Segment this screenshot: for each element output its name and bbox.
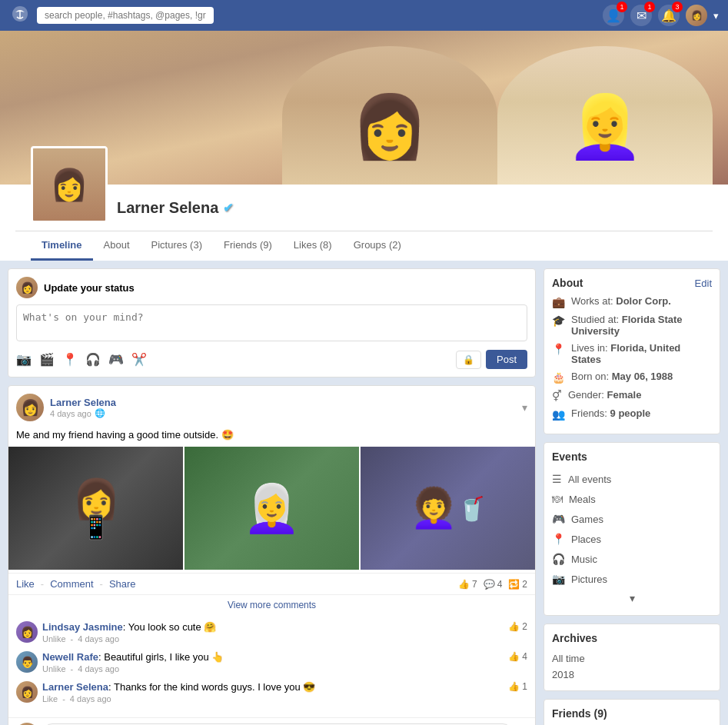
privacy-button[interactable]: 🔒 bbox=[456, 351, 481, 369]
comment-3-avatar[interactable]: 👩 bbox=[16, 681, 38, 703]
tab-about[interactable]: About bbox=[93, 231, 141, 261]
comment-1-unlike[interactable]: Unlike bbox=[42, 634, 66, 644]
gender-icon: ⚥ bbox=[552, 390, 562, 402]
about-education: 🎓 Studied at: Florida State University bbox=[552, 314, 712, 337]
view-more-comments[interactable]: View more comments bbox=[8, 594, 535, 615]
post-stats: 👍 7 💬 4 🔁 2 bbox=[458, 579, 527, 590]
like-action[interactable]: Like bbox=[16, 578, 35, 590]
search-input[interactable] bbox=[37, 7, 214, 24]
post-author-name[interactable]: Larner Selena bbox=[50, 397, 516, 408]
tab-pictures[interactable]: Pictures (3) bbox=[141, 231, 213, 261]
archives-year[interactable]: 2018 bbox=[552, 667, 712, 683]
profile-name-area: Larner Selena ✔ bbox=[117, 199, 233, 217]
site-logo[interactable] bbox=[9, 3, 31, 28]
birthday-icon: 🎂 bbox=[552, 371, 565, 384]
events-show-more[interactable]: ▾ bbox=[552, 589, 712, 607]
archives-all-time[interactable]: All time bbox=[552, 650, 712, 667]
profile-avatar[interactable]: 👩 bbox=[31, 146, 108, 223]
comment-2-likes: 👍 4 bbox=[508, 651, 527, 662]
music-label: Music bbox=[571, 554, 597, 565]
post-options-chevron[interactable]: ▾ bbox=[522, 401, 527, 414]
post-image-3[interactable]: 👩‍🦱 🥤 bbox=[361, 447, 535, 570]
about-friends-text: Friends: 9 people bbox=[571, 407, 650, 419]
events-card: Events ☰ All events 🍽 Meals 🎮 Games 📍 Pl… bbox=[544, 442, 720, 616]
comment-3-text: Larner Selena: Thanks for the kind words… bbox=[42, 681, 504, 693]
comment-2-avatar[interactable]: 👨 bbox=[16, 651, 38, 673]
location-about-icon: 📍 bbox=[552, 343, 565, 355]
events-pictures[interactable]: 📷 Pictures bbox=[552, 569, 712, 589]
games-icon: 🎮 bbox=[552, 513, 565, 525]
comment-3-like[interactable]: Like bbox=[42, 694, 58, 703]
post-meta: Larner Selena 4 days ago 🌐 bbox=[50, 397, 516, 418]
game-icon[interactable]: 🎮 bbox=[108, 352, 124, 367]
about-work-text: Works at: Dolor Corp. bbox=[571, 295, 671, 307]
status-avatar-image: 👩 bbox=[16, 277, 38, 298]
tab-groups[interactable]: Groups (2) bbox=[343, 231, 412, 261]
leave-comment-area: 👩 🖼 bbox=[8, 717, 535, 725]
comment-1-body: Lindsay Jasmine: You look so cute 🤗 Unli… bbox=[42, 621, 504, 644]
post-image-2[interactable]: 👩‍🦳 bbox=[184, 447, 359, 570]
events-games[interactable]: 🎮 Games bbox=[552, 509, 712, 529]
status-box: 👩 Update your status 📷 🎬 📍 🎧 🎮 ✂️ 🔒 Post bbox=[8, 268, 536, 377]
comment-3: 👩 Larner Selena: Thanks for the kind wor… bbox=[16, 681, 527, 703]
events-music[interactable]: 🎧 Music bbox=[552, 549, 712, 569]
tab-friends[interactable]: Friends (9) bbox=[213, 231, 283, 261]
places-icon: 📍 bbox=[552, 533, 565, 545]
events-places[interactable]: 📍 Places bbox=[552, 529, 712, 549]
share-icon: 🔁 bbox=[508, 579, 520, 590]
comments-count: 4 bbox=[497, 579, 503, 590]
archives-title: Archives bbox=[552, 632, 597, 644]
post-button[interactable]: Post bbox=[486, 350, 527, 369]
status-input[interactable] bbox=[16, 304, 527, 341]
tab-timeline[interactable]: Timeline bbox=[31, 231, 93, 261]
notifications-button[interactable]: 🔔 3 bbox=[658, 5, 680, 26]
events-card-header: Events bbox=[552, 451, 712, 463]
messages-button[interactable]: ✉ 1 bbox=[630, 5, 652, 26]
share-action[interactable]: Share bbox=[109, 578, 136, 590]
about-work: 💼 Works at: Dolor Corp. bbox=[552, 295, 712, 308]
comment-2-likes-count: 4 bbox=[522, 651, 527, 662]
comment-3-author[interactable]: Larner Selena bbox=[42, 681, 108, 693]
separator-2: - bbox=[100, 578, 103, 590]
about-location: 📍 Lives in: Florida, United States bbox=[552, 342, 712, 365]
profile-tabs: Timeline About Pictures (3) Friends (9) … bbox=[15, 231, 713, 261]
comment-1-author[interactable]: Lindsay Jasmine bbox=[42, 621, 123, 633]
left-column: 👩 Update your status 📷 🎬 📍 🎧 🎮 ✂️ 🔒 Post bbox=[8, 268, 536, 725]
all-events-label: All events bbox=[568, 474, 611, 485]
meals-label: Meals bbox=[569, 494, 596, 505]
location-icon[interactable]: 📍 bbox=[62, 352, 78, 367]
birthday-value: May 06, 1988 bbox=[612, 371, 673, 382]
comment-1-avatar[interactable]: 👩 bbox=[16, 621, 38, 643]
games-label: Games bbox=[571, 514, 603, 525]
comment-action[interactable]: Comment bbox=[50, 578, 93, 590]
post-image-1[interactable]: 👩 📱 bbox=[8, 447, 183, 570]
places-label: Places bbox=[571, 534, 601, 545]
post-author-avatar[interactable]: 👩 bbox=[16, 394, 44, 421]
friend-requests-badge: 1 bbox=[617, 2, 627, 12]
about-edit-button[interactable]: Edit bbox=[695, 278, 712, 289]
scissors-icon[interactable]: ✂️ bbox=[131, 352, 147, 367]
tab-likes[interactable]: Likes (8) bbox=[283, 231, 343, 261]
video-icon[interactable]: 🎬 bbox=[39, 352, 55, 367]
post-footer-actions: Like - Comment - Share bbox=[16, 578, 136, 590]
profile-info-row: 👩 Larner Selena ✔ bbox=[15, 146, 713, 223]
events-meals[interactable]: 🍽 Meals bbox=[552, 489, 712, 509]
camera-icon[interactable]: 📷 bbox=[16, 352, 32, 367]
friend-requests-button[interactable]: 👤 1 bbox=[603, 5, 624, 26]
headphones-icon[interactable]: 🎧 bbox=[85, 352, 101, 367]
comment-3-time: 4 days ago bbox=[70, 694, 111, 703]
user-avatar-nav[interactable]: 👩 bbox=[686, 5, 707, 26]
profile-section: 👩 👱‍♀️ 👩 Larner Selena ✔ Timeline bbox=[0, 31, 728, 261]
likes-count: 7 bbox=[472, 579, 477, 590]
pictures-icon: 📷 bbox=[552, 573, 565, 585]
events-all[interactable]: ☰ All events bbox=[552, 469, 712, 489]
comment-2-author[interactable]: Newell Rafe bbox=[42, 651, 98, 663]
comment-2-unlike[interactable]: Unlike bbox=[42, 664, 66, 673]
nav-dropdown-arrow[interactable]: ▾ bbox=[713, 10, 719, 22]
like-icon-3: 👍 bbox=[508, 681, 520, 692]
about-title: About bbox=[552, 277, 583, 289]
work-icon: 💼 bbox=[552, 296, 565, 308]
comment-1-text: Lindsay Jasmine: You look so cute 🤗 bbox=[42, 621, 504, 633]
status-title: Update your status bbox=[44, 282, 135, 294]
comment-2-actions: Unlike - 4 days ago bbox=[42, 664, 504, 673]
